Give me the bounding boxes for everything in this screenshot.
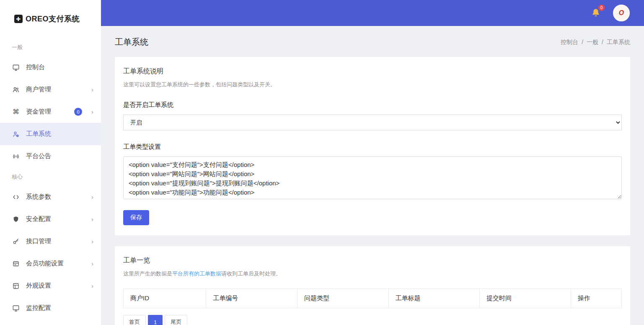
- key-icon: [12, 237, 20, 246]
- chevron-right-icon: ›: [91, 260, 93, 267]
- chevron-right-icon: ›: [91, 108, 93, 115]
- sidebar-item-member-features[interactable]: 会员功能设置 ›: [0, 252, 101, 275]
- page-header: 工单系统 控制台 一般 工单系统: [115, 26, 630, 57]
- tickets-description-suffix: 请收到工单后及时处理。: [221, 270, 281, 277]
- monitor-icon: [12, 304, 20, 312]
- code-icon: [12, 193, 20, 201]
- settings-card-description: 这里可以设置您工单系统的一些参数，包括问题类型以及开关。: [123, 81, 622, 88]
- all-tickets-link[interactable]: 平台所有的工单数据: [172, 270, 221, 277]
- col-ticket-number: 工单编号: [206, 289, 297, 308]
- ticket-toggle-select[interactable]: 开启: [123, 114, 622, 130]
- breadcrumb: 控制台 一般 工单系统: [561, 39, 630, 46]
- layout-icon: [12, 282, 20, 290]
- main-column: 0 O 工单系统 控制台 一般 工单系统 工单系统说明 这里可以设置您工单系统的…: [101, 0, 644, 325]
- ticket-settings-card: 工单系统说明 这里可以设置您工单系统的一些参数，包括问题类型以及开关。 是否开启…: [115, 57, 630, 235]
- avatar[interactable]: O: [613, 5, 630, 21]
- save-button[interactable]: 保存: [123, 210, 149, 225]
- pagination: 首页 1 尾页: [123, 315, 622, 325]
- sidebar-item-announcements[interactable]: 平台公告: [0, 145, 101, 167]
- sidebar-item-label: 系统参数: [26, 193, 85, 201]
- chevron-right-icon: ›: [91, 193, 93, 200]
- top-header: 0 O: [101, 0, 644, 26]
- sidebar-item-tickets[interactable]: 工单系统: [0, 123, 101, 145]
- chevron-right-icon: ›: [91, 282, 93, 289]
- pagination-last-button[interactable]: 尾页: [165, 315, 187, 325]
- content-area: 工单系统 控制台 一般 工单系统 工单系统说明 这里可以设置您工单系统的一些参数…: [101, 26, 644, 325]
- sidebar-item-label: 外观设置: [26, 282, 85, 290]
- tickets-description-prefix: 这里所产生的数据是: [123, 270, 172, 277]
- tickets-card-title: 工单一览: [123, 256, 622, 265]
- sidebar-item-label: 会员功能设置: [26, 260, 85, 268]
- logo-icon: ✚: [14, 15, 23, 23]
- user-gear-icon: [12, 130, 20, 138]
- monitor-icon: [12, 63, 20, 72]
- notifications-button[interactable]: 0: [590, 8, 601, 18]
- app-root: ✚ OREO支付系统 一般 控制台 商户管理 › ⌘ 资金管理 0 ›: [0, 0, 644, 325]
- chevron-right-icon: ›: [91, 86, 93, 93]
- sidebar-item-funds[interactable]: ⌘ 资金管理 0 ›: [0, 101, 101, 123]
- users-icon: [12, 86, 20, 94]
- chevron-right-icon: ›: [91, 216, 93, 223]
- ticket-types-label: 工单类型设置: [123, 143, 622, 151]
- sidebar-section-core: 核心: [0, 167, 101, 186]
- col-ticket-title: 工单标题: [388, 289, 480, 308]
- page-title: 工单系统: [115, 36, 148, 48]
- pagination-page-1-button[interactable]: 1: [148, 315, 163, 325]
- sidebar-item-label: 控制台: [26, 63, 93, 71]
- tickets-table-header-row: 商户ID 工单编号 问题类型 工单标题 提交时间 操作: [124, 289, 622, 308]
- tickets-table: 商户ID 工单编号 问题类型 工单标题 提交时间 操作: [123, 289, 622, 308]
- card-icon: [12, 260, 20, 268]
- notification-badge: 0: [598, 5, 605, 11]
- sidebar-item-system-params[interactable]: 系统参数 ›: [0, 186, 101, 208]
- col-actions: 操作: [571, 289, 621, 308]
- sidebar: ✚ OREO支付系统 一般 控制台 商户管理 › ⌘ 资金管理 0 ›: [0, 0, 101, 325]
- sidebar-item-console[interactable]: 控制台: [0, 56, 101, 78]
- pagination-first-button[interactable]: 首页: [123, 315, 146, 325]
- settings-card-title: 工单系统说明: [123, 67, 622, 76]
- sidebar-item-monitoring[interactable]: 监控配置: [0, 297, 101, 319]
- sidebar-section-general: 一般: [0, 38, 101, 56]
- tickets-card-description: 这里所产生的数据是平台所有的工单数据请收到工单后及时处理。: [123, 270, 622, 278]
- ticket-types-textarea[interactable]: <option value="支付问题">支付问题</option> <opti…: [123, 156, 622, 199]
- app-logo[interactable]: ✚ OREO支付系统: [0, 0, 101, 38]
- count-badge: 0: [74, 108, 82, 116]
- sidebar-item-label: 接口管理: [26, 237, 85, 245]
- broadcast-icon: [12, 152, 20, 161]
- shield-icon: [12, 215, 20, 224]
- command-icon: ⌘: [12, 108, 20, 116]
- ticket-list-card: 工单一览 这里所产生的数据是平台所有的工单数据请收到工单后及时处理。 商户ID …: [115, 246, 630, 325]
- col-problem-type: 问题类型: [297, 289, 388, 308]
- sidebar-item-merchants[interactable]: 商户管理 ›: [0, 78, 101, 101]
- app-title: OREO支付系统: [26, 14, 80, 24]
- breadcrumb-tickets: 工单系统: [602, 39, 630, 46]
- sidebar-item-label: 资金管理: [26, 108, 68, 116]
- chevron-right-icon: ›: [91, 238, 93, 245]
- sidebar-item-appearance[interactable]: 外观设置 ›: [0, 275, 101, 297]
- sidebar-item-label: 工单系统: [26, 130, 93, 138]
- ticket-toggle-label: 是否开启工单系统: [123, 101, 622, 109]
- sidebar-item-label: 商户管理: [26, 86, 85, 94]
- col-merchant-id: 商户ID: [124, 289, 206, 308]
- breadcrumb-console[interactable]: 控制台: [561, 39, 578, 46]
- sidebar-item-label: 监控配置: [26, 304, 93, 312]
- sidebar-item-api[interactable]: 接口管理 ›: [0, 230, 101, 252]
- sidebar-item-label: 安全配置: [26, 215, 85, 223]
- sidebar-item-label: 平台公告: [26, 152, 93, 160]
- breadcrumb-general[interactable]: 一般: [582, 39, 598, 46]
- col-submit-time: 提交时间: [480, 289, 571, 308]
- sidebar-item-security[interactable]: 安全配置 ›: [0, 208, 101, 230]
